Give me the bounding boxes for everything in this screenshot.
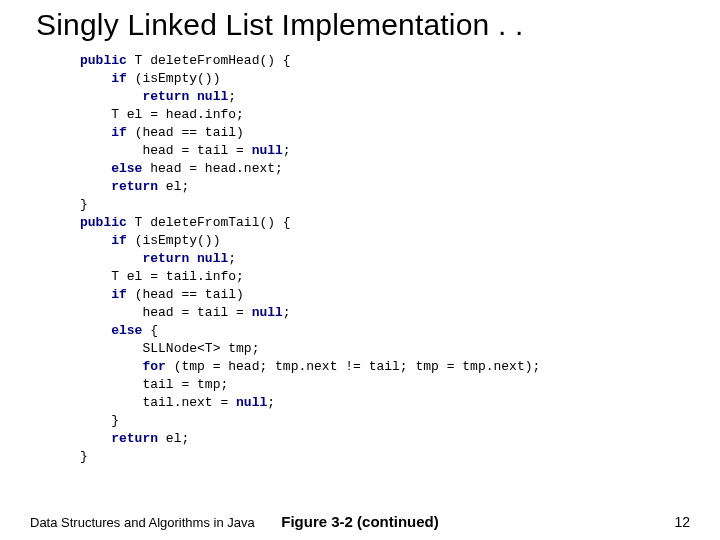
code-line: SLLNode<T> tmp;	[80, 340, 720, 358]
code-line: if (head == tail)	[80, 286, 720, 304]
code-line: if (isEmpty())	[80, 232, 720, 250]
code-line: }	[80, 448, 720, 466]
code-line: }	[80, 196, 720, 214]
code-line: if (head == tail)	[80, 124, 720, 142]
code-line: head = tail = null;	[80, 142, 720, 160]
page-number: 12	[674, 514, 690, 530]
code-line: return null;	[80, 88, 720, 106]
slide-title: Singly Linked List Implementation . .	[0, 0, 720, 42]
code-line: tail = tmp;	[80, 376, 720, 394]
code-line: else head = head.next;	[80, 160, 720, 178]
code-line: public T deleteFromHead() {	[80, 52, 720, 70]
code-line: return el;	[80, 178, 720, 196]
slide: Singly Linked List Implementation . . pu…	[0, 0, 720, 540]
code-line: }	[80, 412, 720, 430]
footer: Data Structures and Algorithms in Java F…	[0, 506, 720, 530]
code-line: else {	[80, 322, 720, 340]
figure-caption: Figure 3-2 (continued)	[0, 513, 720, 530]
code-line: head = tail = null;	[80, 304, 720, 322]
code-block: public T deleteFromHead() { if (isEmpty(…	[0, 42, 720, 466]
code-line: T el = head.info;	[80, 106, 720, 124]
code-line: return null;	[80, 250, 720, 268]
code-line: if (isEmpty())	[80, 70, 720, 88]
code-line: return el;	[80, 430, 720, 448]
code-line: T el = tail.info;	[80, 268, 720, 286]
code-line: for (tmp = head; tmp.next != tail; tmp =…	[80, 358, 720, 376]
code-line: tail.next = null;	[80, 394, 720, 412]
code-line: public T deleteFromTail() {	[80, 214, 720, 232]
